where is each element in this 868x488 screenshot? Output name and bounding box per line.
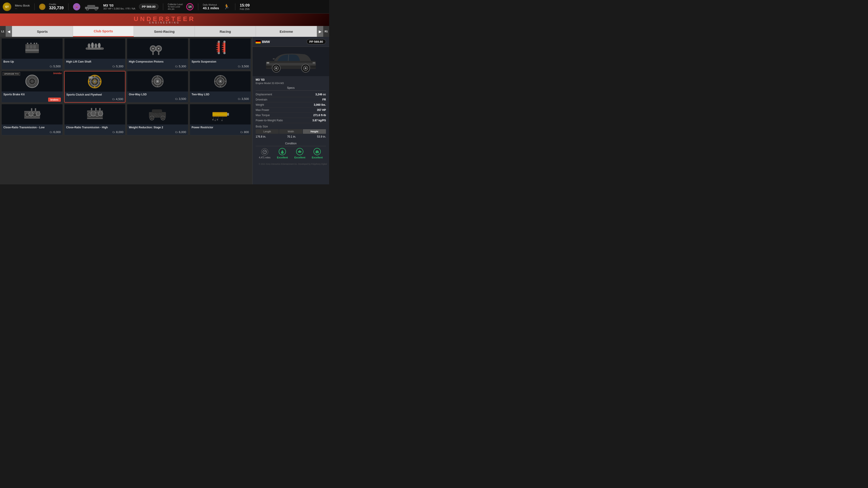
tab-semi-racing[interactable]: Semi-Racing (134, 26, 195, 37)
part-price-suspension: Cr.3,500 (192, 65, 249, 68)
body-height-value: 53.9 in. (317, 135, 326, 138)
part-card-one-way-lsd[interactable]: One-Way LSD Cr.3,500 (127, 71, 188, 103)
svg-rect-68 (24, 118, 40, 119)
part-name-suspension: Sports Suspension (192, 60, 249, 64)
mileage-icon (261, 148, 268, 156)
part-name-clutch: Sports Clutch and Flywheel (66, 93, 123, 97)
tab-sports[interactable]: Sports (12, 26, 73, 37)
part-info-cam-shaft: High Lift Cam Shaft Cr.5,300 (64, 59, 125, 69)
weight-reduction-icon (148, 106, 167, 122)
tab-club-sports[interactable]: Club Sports (73, 26, 134, 37)
svg-point-50 (100, 81, 101, 82)
svg-point-49 (88, 81, 90, 82)
part-card-pistons[interactable]: High Compression Pistons Cr.5,300 (127, 38, 188, 70)
part-price-bore-up: Cr.5,500 (3, 65, 61, 68)
brand-header: UNDERSTEER ENGINEERING (0, 13, 329, 26)
part-card-transmission-low[interactable]: Close-Ratio Transmission - Low Cr.6,000 (1, 104, 63, 135)
tabs-bar: L1 ◀ Sports Club Sports Semi-Racing Raci… (0, 26, 329, 37)
tab-left-arrow[interactable]: ◀ (6, 26, 12, 37)
spec-row-weight: Weight 3,060 lbs. (256, 102, 326, 107)
car-brand-section: BMW (256, 40, 270, 43)
svg-point-118 (264, 151, 265, 152)
body-tab-length[interactable]: Length (256, 129, 279, 134)
engine-condition-icon (296, 148, 303, 155)
part-card-bore-up[interactable]: Bore Up Cr.5,500 (1, 38, 63, 70)
menu-book-label[interactable]: Menu Book (15, 4, 30, 7)
collector-level-badge: 14 (186, 3, 193, 10)
svg-point-14 (88, 43, 90, 48)
condition-title: Condition (256, 142, 326, 146)
specs-title: Specs (256, 86, 326, 91)
svg-point-27 (158, 48, 159, 49)
svg-point-48 (94, 86, 95, 88)
part-info-transmission-low: Close-Ratio Transmission - Low Cr.6,000 (2, 125, 63, 135)
svg-point-102 (221, 120, 223, 121)
svg-rect-7 (33, 45, 36, 48)
tab-extreme[interactable]: Extreme (256, 26, 317, 37)
svg-point-16 (94, 43, 97, 48)
credits-value: 320,739 (49, 6, 64, 10)
oil-condition-icon (279, 148, 286, 155)
part-card-two-way-lsd[interactable]: Two-Way LSD Cr.3,500 (190, 71, 251, 103)
engine-condition-label: Excellent (294, 156, 305, 159)
svg-point-99 (212, 119, 214, 121)
tab-right-arrow[interactable]: ▶ (317, 26, 323, 37)
car-badge-icon: 🚗 (73, 3, 80, 10)
part-card-power-restrictor[interactable]: Power Restrictor Cr.800 (190, 104, 251, 135)
body-tab-width[interactable]: Width (279, 129, 302, 134)
part-card-brake-kit[interactable]: UPGRADE TY3 brembo Sports Brake Kit brak… (1, 71, 63, 103)
svg-rect-120 (299, 150, 300, 151)
menu-book-dots: --- (15, 7, 30, 10)
svg-point-61 (219, 80, 221, 82)
body-size-section: Body Size Length Width Height 176.8 in. … (252, 123, 329, 140)
body-width-value: 70.1 in. (287, 135, 296, 138)
part-name-brake-kit: Sports Brake Kit (3, 93, 61, 96)
part-card-cam-shaft[interactable]: High Lift Cam Shaft Cr.5,300 (64, 38, 126, 70)
part-image-two-way-lsd (190, 71, 251, 92)
svg-point-17 (98, 43, 101, 48)
part-name-one-way-lsd: One-Way LSD (129, 93, 186, 96)
brand-text: UNDERSTEER ENGINEERING (134, 15, 195, 24)
svg-point-75 (98, 111, 103, 116)
svg-point-29 (218, 41, 220, 43)
part-image-pistons (127, 38, 188, 59)
svg-line-96 (215, 117, 216, 120)
tab-racing[interactable]: Racing (195, 26, 256, 37)
panel-car-model: M3 '03 (252, 76, 329, 82)
svg-rect-78 (91, 108, 92, 110)
svg-point-108 (275, 67, 277, 69)
svg-rect-115 (266, 66, 271, 68)
svg-line-98 (222, 117, 223, 120)
svg-rect-69 (31, 108, 32, 111)
svg-point-2 (86, 8, 89, 10)
svg-rect-80 (99, 108, 101, 110)
part-info-power-restrictor: Power Restrictor Cr.800 (190, 125, 251, 135)
car-model-label: M3 '03 (103, 3, 135, 7)
part-name-cam-shaft: High Lift Cam Shaft (66, 60, 124, 64)
svg-point-73 (91, 111, 96, 116)
spec-value-displacement: 3,246 cc (315, 93, 326, 96)
part-image-clutch (65, 71, 125, 92)
part-card-transmission-high[interactable]: Close-Ratio Transmission - High Cr.8,000 (64, 104, 126, 135)
pistons-icon (149, 41, 166, 57)
tab-r1-label: R1 (323, 26, 329, 37)
part-card-weight-reduction[interactable]: Weight Reduction: Stage 2 Cr.6,000 (127, 104, 188, 135)
part-card-suspension[interactable]: Sports Suspension Cr.3,500 (190, 38, 251, 70)
svg-point-9 (27, 43, 28, 44)
svg-rect-76 (87, 110, 103, 111)
body-tab-height[interactable]: Height (303, 129, 326, 134)
credits-icon (39, 4, 45, 10)
suspension-icon (211, 41, 229, 57)
condition-items: 4,471 miles Excellent (256, 148, 326, 159)
part-name-pistons: High Compression Pistons (129, 60, 186, 64)
daily-miles: 43.1 miles (203, 6, 219, 10)
svg-rect-121 (298, 151, 299, 152)
spec-label-power-weight: Power-to-Weight Ratio (256, 119, 283, 122)
svg-point-123 (316, 153, 317, 153)
part-name-two-way-lsd: Two-Way LSD (192, 93, 249, 96)
car-silhouette-icon (84, 3, 100, 10)
spec-label-weight: Weight (256, 103, 264, 106)
body-size-values: 176.8 in. 70.1 in. 53.9 in. (256, 135, 326, 138)
part-card-clutch[interactable]: Sports Clutch and Flywheel Cr.4,500 (64, 71, 126, 103)
car-brand-name: BMW (262, 40, 270, 43)
